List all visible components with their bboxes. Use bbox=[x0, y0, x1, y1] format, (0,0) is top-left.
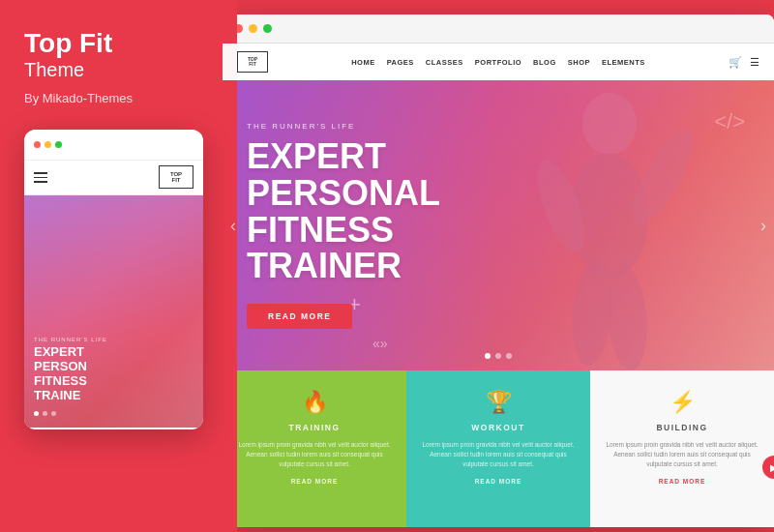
nav-classes[interactable]: CLASSES bbox=[426, 58, 463, 67]
training-text: Lorem ipsum proin gravida nibh vel velit… bbox=[234, 440, 395, 468]
svg-point-0 bbox=[582, 93, 637, 155]
hero-page-dot-2[interactable] bbox=[495, 353, 501, 359]
site-nav: TOPFIT HOME PAGES CLASSES PORTFOLIO BLOG… bbox=[223, 44, 774, 80]
training-title: TRAINING bbox=[288, 423, 340, 432]
mobile-tagline: THE RUNNER'S LIFE bbox=[34, 337, 194, 342]
browser-dot-yellow bbox=[249, 24, 257, 33]
mobile-top-bar bbox=[24, 130, 203, 161]
site-nav-right: 🛒 ☰ bbox=[729, 56, 759, 69]
red-circle-button[interactable]: ▶ bbox=[762, 456, 774, 479]
menu-icon[interactable]: ☰ bbox=[750, 56, 759, 69]
feature-training: 🔥 TRAINING Lorem ipsum proin gravida nib… bbox=[223, 370, 406, 527]
hero-pagination bbox=[485, 353, 512, 359]
mobile-mockup: TOPFIT THE RUNNER'S LIFE EXPERT PERSON F… bbox=[24, 130, 203, 429]
hero-prev-arrow[interactable]: ‹ bbox=[230, 216, 236, 236]
hero-content: THE RUNNER'S LIFE EXPERT PERSONAL FITNES… bbox=[223, 103, 464, 348]
mobile-hero-title: EXPERT PERSON FITNESS TRAINE bbox=[34, 345, 194, 403]
site-logo: TOPFIT bbox=[237, 51, 268, 73]
training-read-more[interactable]: READ MORE bbox=[291, 478, 339, 485]
nav-blog[interactable]: BLOG bbox=[533, 58, 556, 67]
hero-page-dot-1[interactable] bbox=[485, 353, 491, 359]
brand-subtitle: Theme bbox=[24, 59, 213, 81]
nav-home[interactable]: HOME bbox=[351, 58, 375, 67]
mobile-page-dot bbox=[51, 411, 56, 416]
mobile-pagination bbox=[34, 411, 194, 416]
mobile-dot-yellow bbox=[45, 141, 51, 148]
workout-text: Lorem ipsum proin gravida nibh vel velit… bbox=[418, 440, 579, 468]
site-hero: </> THE RUNNER'S LIFE EXPERT PERSONAL FI… bbox=[223, 80, 774, 370]
mobile-hero-content: THE RUNNER'S LIFE EXPERT PERSON FITNESS … bbox=[34, 337, 194, 416]
hero-title: EXPERT PERSONAL FITNESS TRAINER bbox=[247, 138, 440, 284]
training-icon: 🔥 bbox=[302, 390, 328, 415]
workout-icon: 🏆 bbox=[486, 390, 512, 415]
browser-content: TOPFIT HOME PAGES CLASSES PORTFOLIO BLOG… bbox=[223, 44, 774, 527]
mobile-hero: THE RUNNER'S LIFE EXPERT PERSON FITNESS … bbox=[24, 195, 203, 428]
mobile-page-dot bbox=[43, 411, 47, 416]
mobile-page-dot bbox=[34, 411, 39, 416]
nav-elements[interactable]: ELEMENTS bbox=[602, 58, 645, 67]
browser-mockup: TOPFIT HOME PAGES CLASSES PORTFOLIO BLOG… bbox=[223, 15, 774, 527]
workout-title: WORKOUT bbox=[471, 423, 524, 432]
workout-read-more[interactable]: READ MORE bbox=[475, 478, 522, 485]
cart-icon[interactable]: 🛒 bbox=[729, 56, 742, 69]
nav-portfolio[interactable]: PORTFOLIO bbox=[475, 58, 521, 67]
hero-cta-button[interactable]: READ MORE bbox=[247, 304, 352, 329]
browser-top-bar bbox=[223, 15, 774, 44]
nav-pages[interactable]: PAGES bbox=[387, 58, 414, 67]
hero-person bbox=[522, 80, 697, 370]
feature-building: ⚡ BUILDING Lorem ipsum proin gravida nib… bbox=[590, 370, 774, 527]
mobile-nav: TOPFIT bbox=[24, 161, 203, 195]
nav-shop[interactable]: SHOP bbox=[568, 58, 590, 67]
building-text: Lorem ipsum proin gravida nibh vel velit… bbox=[602, 440, 762, 468]
hero-page-dot-3[interactable] bbox=[506, 353, 512, 359]
hamburger-icon[interactable] bbox=[34, 172, 47, 183]
features-section: 🔥 TRAINING Lorem ipsum proin gravida nib… bbox=[223, 370, 774, 527]
browser-dot-green bbox=[263, 24, 272, 33]
feature-workout: 🏆 WORKOUT Lorem ipsum proin gravida nibh… bbox=[406, 370, 590, 527]
deco-code-icon: </> bbox=[714, 109, 745, 134]
mobile-logo: TOPFIT bbox=[159, 165, 194, 189]
svg-point-5 bbox=[603, 262, 650, 370]
site-nav-links: HOME PAGES CLASSES PORTFOLIO BLOG SHOP E… bbox=[351, 58, 645, 67]
brand-by: By Mikado-Themes bbox=[24, 91, 213, 105]
hero-tagline: THE RUNNER'S LIFE bbox=[247, 122, 440, 131]
mobile-dots bbox=[34, 141, 62, 148]
mobile-dot-green bbox=[55, 141, 62, 148]
building-read-more[interactable]: READ MORE bbox=[659, 478, 706, 485]
hero-next-arrow[interactable]: › bbox=[760, 216, 766, 236]
building-icon: ⚡ bbox=[670, 390, 696, 415]
mobile-dot-red bbox=[34, 141, 41, 148]
brand-name: Top Fit bbox=[24, 29, 213, 59]
building-title: BUILDING bbox=[656, 423, 707, 432]
left-panel: Top Fit Theme By Mikado-Themes TOPFIT TH… bbox=[0, 0, 237, 532]
